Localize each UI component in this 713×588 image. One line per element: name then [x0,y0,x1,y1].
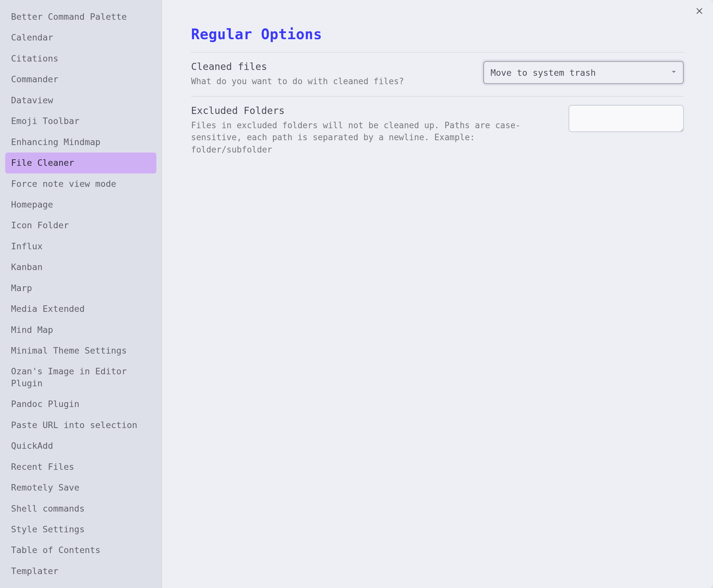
sidebar-item[interactable]: Calendar [5,27,156,48]
sidebar-item[interactable]: Pandoc Plugin [5,394,156,415]
excluded-folders-textarea[interactable] [569,105,684,132]
settings-modal: Better Command PaletteCalendarCitationsC… [0,0,713,588]
sidebar-item[interactable]: Influx [5,236,156,257]
sidebar-item[interactable]: Paste URL into selection [5,415,156,436]
sidebar-item[interactable]: Marp [5,278,156,298]
cleaned-files-select[interactable]: Move to system trash [483,61,684,84]
setting-control: Move to system trash [483,61,684,84]
setting-name: Cleaned files [191,61,470,72]
sidebar-item[interactable]: Kanban [5,257,156,277]
setting-desc: What do you want to do with cleaned file… [191,76,470,88]
setting-row-cleaned-files: Cleaned files What do you want to do wit… [191,52,684,96]
sidebar-item[interactable]: Media Extended [5,298,156,319]
sidebar-item[interactable]: Templater [5,561,156,582]
sidebar-item[interactable]: Remotely Save [5,477,156,498]
sidebar-item[interactable]: Recent Files [5,457,156,477]
sidebar-item[interactable]: Dataview [5,90,156,111]
select-wrap: Move to system trash [483,61,684,84]
setting-info: Excluded Folders Files in excluded folde… [191,105,547,156]
sidebar-item[interactable]: Table of Contents [5,540,156,561]
setting-desc: Files in excluded folders will not be cl… [191,120,547,156]
sidebar-item[interactable]: Minimal Theme Settings [5,340,156,361]
settings-main: Regular Options Cleaned files What do yo… [162,0,713,588]
settings-sidebar[interactable]: Better Command PaletteCalendarCitationsC… [0,0,162,588]
setting-row-excluded-folders: Excluded Folders Files in excluded folde… [191,96,684,165]
sidebar-item[interactable]: Homepage [5,194,156,215]
sidebar-item[interactable]: Shell commands [5,498,156,519]
sidebar-item[interactable]: Commander [5,69,156,90]
sidebar-item[interactable]: Mind Map [5,320,156,340]
sidebar-item[interactable]: Force note view mode [5,173,156,194]
page-title: Regular Options [191,26,684,42]
sidebar-item[interactable]: Enhancing Mindmap [5,132,156,152]
setting-info: Cleaned files What do you want to do wit… [191,61,470,88]
sidebar-item[interactable]: Ozan's Image in Editor Plugin [5,361,156,394]
sidebar-item[interactable]: Citations [5,48,156,69]
sidebar-item[interactable]: Style Settings [5,519,156,540]
sidebar-item[interactable]: Better Command Palette [5,6,156,27]
close-icon [695,6,704,17]
setting-name: Excluded Folders [191,105,547,116]
setting-control [569,105,684,133]
sidebar-item[interactable]: Text Generator [5,582,156,588]
sidebar-item[interactable]: File Cleaner [5,152,156,173]
close-button[interactable] [694,6,705,18]
sidebar-item[interactable]: Icon Folder [5,215,156,236]
sidebar-item[interactable]: Emoji Toolbar [5,111,156,131]
sidebar-item[interactable]: QuickAdd [5,436,156,456]
